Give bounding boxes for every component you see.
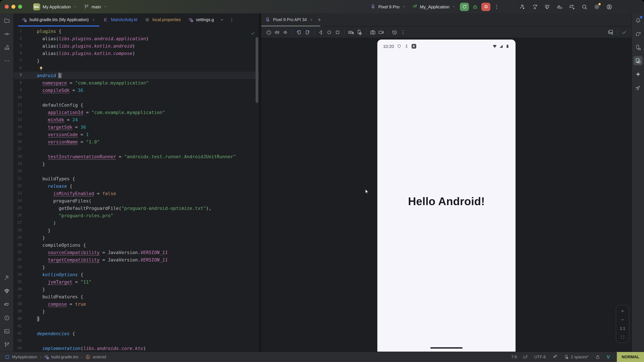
app-quality-insights-tool-button[interactable] [2, 286, 12, 296]
editor-scrollbar[interactable] [256, 37, 258, 103]
code-line-content [37, 64, 44, 72]
breadcrumb-item[interactable]: MyApplication [5, 354, 37, 360]
line-number: 28 [14, 227, 22, 234]
zoom-in-button[interactable] [618, 307, 627, 315]
debug-button[interactable] [470, 2, 480, 11]
code-line: 19 } [14, 160, 259, 168]
search-everywhere-button[interactable] [580, 2, 589, 11]
close-icon[interactable] [92, 18, 96, 22]
code-line: 26 "proguard-rules.pro" [14, 212, 259, 219]
more-tool-windows-button[interactable] [2, 56, 12, 65]
overview-button[interactable] [334, 28, 342, 36]
lambda-icon [85, 354, 90, 360]
code-editor[interactable]: 1plugins {2 alias(libs.plugins.android.a… [14, 26, 259, 352]
add-device-button[interactable] [317, 17, 322, 22]
code-token: kotlinOptions [42, 272, 78, 277]
zoom-out-button[interactable] [618, 316, 627, 324]
hidden-tabs-dropdown[interactable] [218, 15, 226, 24]
device-manager-tool-button[interactable] [633, 42, 643, 52]
build-tool-button[interactable] [2, 273, 12, 282]
running-devices-tool-button[interactable] [633, 56, 643, 65]
run-configuration-selector[interactable]: My_Application [410, 3, 458, 11]
chevron-down-icon [103, 5, 107, 9]
line-number: 30 [14, 241, 22, 249]
hardware-input-button[interactable] [347, 28, 355, 36]
zoom-actual-size-button[interactable]: 1:1 [618, 325, 627, 332]
profile-button[interactable] [605, 2, 614, 11]
tab-options-button[interactable] [227, 15, 236, 24]
back-button[interactable] [317, 28, 325, 36]
pane-splitter[interactable] [259, 13, 261, 352]
volume-up-button[interactable] [273, 28, 282, 36]
ideavim-logo[interactable]: V [606, 354, 610, 360]
editor-tab[interactable]: local.properties [141, 13, 185, 26]
code-line-content: buildTypes { [37, 175, 75, 182]
close-icon[interactable] [309, 18, 313, 22]
resource-manager-tool-button[interactable] [2, 42, 12, 52]
sync-gradle-button[interactable] [568, 2, 576, 11]
notifications-tool-button[interactable] [633, 16, 643, 25]
line-separator[interactable]: LF [523, 355, 528, 359]
home-button[interactable] [325, 28, 334, 36]
gesture-navigation-bar[interactable] [430, 347, 462, 349]
terminal-tool-button[interactable] [2, 327, 12, 336]
logcat-tool-button[interactable] [2, 300, 12, 309]
layout-inspector-button[interactable] [606, 28, 615, 36]
rotate-right-button[interactable] [303, 28, 312, 36]
apply-code-changes-button[interactable] [543, 2, 552, 11]
stop-button[interactable] [481, 2, 490, 11]
breadcrumb-item[interactable]: build.gradle.kts [44, 354, 78, 360]
snapshots-button[interactable] [390, 28, 399, 36]
code-line-content: } [37, 234, 45, 241]
problems-tool-button[interactable] [2, 313, 12, 323]
vcs-branch-widget[interactable]: main [82, 3, 110, 11]
gradle-file-icon [188, 17, 194, 22]
ai-assistant-off-icon[interactable] [552, 354, 558, 360]
device-streaming-tool-button[interactable] [633, 83, 643, 92]
indent-setting[interactable]: 2 spaces* [564, 354, 588, 360]
close-window-button[interactable] [5, 5, 9, 9]
editor-tab[interactable]: build.gradle.kts (My Application) [18, 13, 100, 26]
screenshot-button[interactable] [368, 28, 377, 36]
inspections-ok-icon[interactable] [250, 30, 256, 36]
code-token: = [116, 154, 124, 159]
attach-debugger-button[interactable] [555, 2, 564, 11]
line-number: 27 [14, 219, 22, 227]
device-settings-button[interactable] [355, 28, 364, 36]
volume-down-button[interactable] [282, 28, 290, 36]
gem-icon [4, 288, 10, 294]
editor-tab[interactable]: MainActivity.kt [100, 13, 141, 26]
build-run-button[interactable] [518, 2, 527, 11]
project-widget[interactable]: MA My Application [31, 2, 80, 11]
apply-changes-button[interactable]: A [530, 2, 539, 11]
emulator-status-ok-icon[interactable] [620, 28, 628, 36]
zoom-window-button[interactable] [18, 5, 22, 9]
zoom-fit-button[interactable] [618, 333, 627, 341]
code-token: } [37, 309, 45, 314]
emulator-tab[interactable]: Pixel 9 Pro API 34 [265, 17, 313, 22]
lightbulb-icon[interactable] [38, 65, 44, 71]
device-selector[interactable]: Pixel 9 Pro [368, 3, 408, 11]
code-token: ) [132, 51, 135, 56]
power-button[interactable] [265, 28, 273, 36]
device-clock: 10:20 [383, 44, 394, 49]
right-tool-stripe [632, 13, 644, 352]
device-screen[interactable]: 10:20 A Hello Android! [377, 39, 516, 352]
gemini-tool-button[interactable] [633, 69, 643, 79]
run-more-options-button[interactable] [492, 2, 501, 11]
screen-record-button[interactable] [377, 28, 386, 36]
gradle-tool-button[interactable] [633, 29, 643, 38]
project-tool-button[interactable] [2, 16, 12, 25]
file-encoding[interactable]: UTF-8 [534, 355, 546, 359]
editor-tab[interactable]: settings.g [184, 13, 218, 26]
version-control-tool-button[interactable] [2, 340, 12, 349]
rotate-left-button[interactable] [295, 28, 303, 36]
minimize-window-button[interactable] [12, 5, 16, 9]
rerun-button[interactable] [460, 2, 469, 11]
emulator-more-button[interactable] [399, 28, 407, 36]
cursor-position[interactable]: 7:9 [511, 355, 517, 359]
breadcrumb-item[interactable]: android [85, 354, 106, 360]
settings-button[interactable] [592, 2, 602, 11]
unlock-icon[interactable] [595, 354, 600, 360]
commit-tool-button[interactable] [2, 29, 12, 38]
